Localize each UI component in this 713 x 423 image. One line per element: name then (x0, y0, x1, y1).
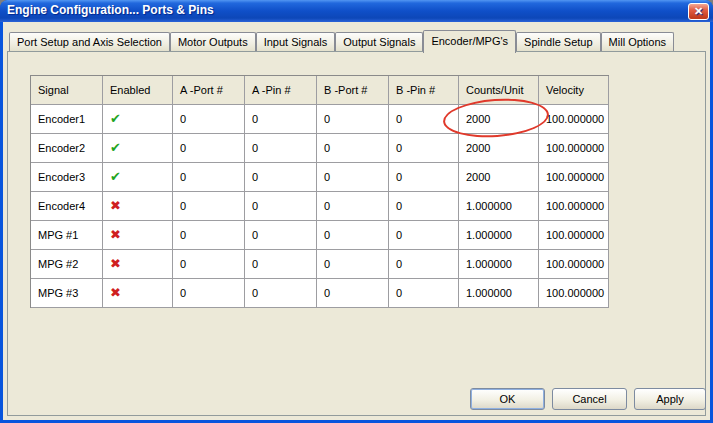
b-pin-cell[interactable]: 0 (389, 163, 459, 192)
a-pin-cell[interactable]: 0 (245, 134, 317, 163)
a-port-cell[interactable]: 0 (173, 250, 245, 279)
counts-unit-cell[interactable]: 2000 (459, 105, 539, 134)
a-pin-cell[interactable]: 0 (245, 221, 317, 250)
apply-button[interactable]: Apply (634, 388, 706, 410)
a-port-cell[interactable]: 0 (173, 221, 245, 250)
tab-port-setup-and-axis-selection[interactable]: Port Setup and Axis Selection (9, 32, 170, 51)
signal-name: MPG #1 (31, 221, 103, 250)
enabled-cell[interactable]: ✔ (103, 134, 173, 163)
b-pin-cell[interactable]: 0 (389, 221, 459, 250)
signal-name: Encoder3 (31, 163, 103, 192)
b-port-cell[interactable]: 0 (317, 192, 389, 221)
title-bar: Engine Configuration... Ports & Pins ✕ (0, 0, 713, 22)
enabled-icon: ✖ (110, 221, 121, 249)
a-port-cell[interactable]: 0 (173, 163, 245, 192)
enabled-cell[interactable]: ✖ (103, 221, 173, 250)
b-pin-cell[interactable]: 0 (389, 105, 459, 134)
signal-name: MPG #2 (31, 250, 103, 279)
signal-name: Encoder4 (31, 192, 103, 221)
enabled-icon: ✖ (110, 192, 121, 220)
counts-unit-cell[interactable]: 1.000000 (459, 192, 539, 221)
velocity-cell[interactable]: 100.000000 (539, 279, 609, 308)
b-port-cell[interactable]: 0 (317, 134, 389, 163)
b-pin-cell[interactable]: 0 (389, 279, 459, 308)
velocity-cell[interactable]: 100.000000 (539, 134, 609, 163)
velocity-cell[interactable]: 100.000000 (539, 221, 609, 250)
velocity-cell[interactable]: 100.000000 (539, 163, 609, 192)
tab-encoder-mpgs[interactable]: Encoder/MPG's (423, 30, 516, 53)
ok-button[interactable]: OK (470, 388, 545, 410)
b-port-cell[interactable]: 0 (317, 250, 389, 279)
signal-name: Encoder2 (31, 134, 103, 163)
close-icon: ✕ (694, 5, 703, 17)
dialog-window: Engine Configuration... Ports & Pins ✕ P… (0, 0, 713, 423)
tab-output-signals[interactable]: Output Signals (335, 32, 423, 51)
counts-unit-cell[interactable]: 2000 (459, 163, 539, 192)
b-port-cell[interactable]: 0 (317, 163, 389, 192)
enabled-icon: ✖ (110, 279, 121, 307)
b-port-cell[interactable]: 0 (317, 105, 389, 134)
close-button[interactable]: ✕ (688, 3, 709, 20)
a-pin-cell[interactable]: 0 (245, 163, 317, 192)
a-pin-cell[interactable]: 0 (245, 279, 317, 308)
enabled-cell[interactable]: ✔ (103, 105, 173, 134)
enabled-cell[interactable]: ✔ (103, 163, 173, 192)
column-header-b-pin: B -Pin # (389, 76, 459, 105)
enabled-icon: ✔ (110, 163, 121, 191)
counts-unit-cell[interactable]: 1.000000 (459, 279, 539, 308)
window-title: Engine Configuration... Ports & Pins (7, 3, 214, 17)
a-port-cell[interactable]: 0 (173, 192, 245, 221)
velocity-cell[interactable]: 100.000000 (539, 105, 609, 134)
counts-unit-cell[interactable]: 1.000000 (459, 221, 539, 250)
a-pin-cell[interactable]: 0 (245, 105, 317, 134)
tab-motor-outputs[interactable]: Motor Outputs (170, 32, 256, 51)
b-port-cell[interactable]: 0 (317, 221, 389, 250)
enabled-icon: ✖ (110, 250, 121, 278)
counts-unit-cell[interactable]: 1.000000 (459, 250, 539, 279)
b-port-cell[interactable]: 0 (317, 279, 389, 308)
column-header-enabled: Enabled (103, 76, 173, 105)
column-header-velocity: Velocity (539, 76, 609, 105)
tab-mill-options[interactable]: Mill Options (601, 32, 674, 51)
column-header-a-pin: A -Pin # (245, 76, 317, 105)
cancel-button[interactable]: Cancel (552, 388, 627, 410)
b-pin-cell[interactable]: 0 (389, 250, 459, 279)
enabled-cell[interactable]: ✖ (103, 250, 173, 279)
tab-input-signals[interactable]: Input Signals (256, 32, 336, 51)
enabled-icon: ✔ (110, 105, 121, 133)
b-pin-cell[interactable]: 0 (389, 134, 459, 163)
velocity-cell[interactable]: 100.000000 (539, 250, 609, 279)
column-header-b-port: B -Port # (317, 76, 389, 105)
enabled-cell[interactable]: ✖ (103, 192, 173, 221)
column-header-a-port: A -Port # (173, 76, 245, 105)
counts-unit-cell[interactable]: 2000 (459, 134, 539, 163)
signals-table: Signal Enabled A -Port # A -Pin # B -Por… (30, 75, 609, 308)
tab-spindle-setup[interactable]: Spindle Setup (516, 32, 601, 51)
a-pin-cell[interactable]: 0 (245, 192, 317, 221)
b-pin-cell[interactable]: 0 (389, 192, 459, 221)
dialog-body: Port Setup and Axis Selection Motor Outp… (3, 22, 710, 420)
a-port-cell[interactable]: 0 (173, 134, 245, 163)
a-port-cell[interactable]: 0 (173, 105, 245, 134)
enabled-icon: ✔ (110, 134, 121, 162)
velocity-cell[interactable]: 100.000000 (539, 192, 609, 221)
column-header-signal: Signal (31, 76, 103, 105)
signal-name: Encoder1 (31, 105, 103, 134)
tab-strip: Port Setup and Axis Selection Motor Outp… (9, 29, 674, 51)
signal-name: MPG #3 (31, 279, 103, 308)
a-pin-cell[interactable]: 0 (245, 250, 317, 279)
enabled-cell[interactable]: ✖ (103, 279, 173, 308)
a-port-cell[interactable]: 0 (173, 279, 245, 308)
column-header-counts-unit: Counts/Unit (459, 76, 539, 105)
